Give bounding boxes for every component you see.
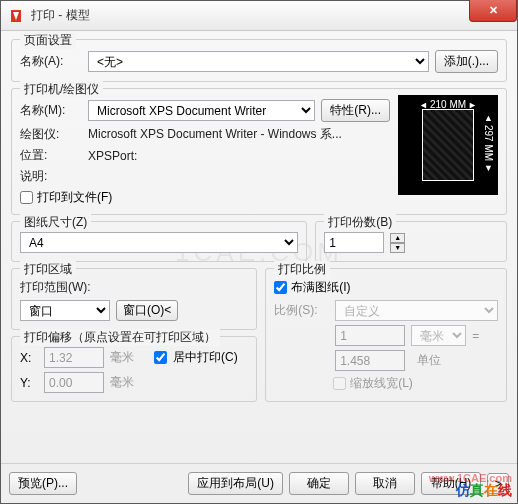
ok-button[interactable]: 确定 — [289, 472, 349, 495]
window-title: 打印 - 模型 — [31, 7, 90, 24]
label-center-plot: 居中打印(C) — [173, 349, 238, 366]
select-pagesetup-name[interactable]: <无> — [88, 51, 429, 72]
input-offset-y[interactable] — [44, 372, 104, 393]
close-button[interactable]: ✕ — [469, 0, 517, 22]
label-scale-eq: = — [472, 329, 479, 343]
apply-layout-button[interactable]: 应用到布局(U) — [188, 472, 283, 495]
add-pagesetup-button[interactable]: 添加(.)... — [435, 50, 498, 73]
group-copies: 打印份数(B) ▲ ▼ — [315, 221, 507, 262]
checkbox-center-plot[interactable] — [154, 351, 167, 364]
group-offset: 打印偏移（原点设置在可打印区域） X: 毫米 居中打印(C) Y: 毫米 — [11, 336, 257, 402]
legend-scale: 打印比例 — [274, 261, 330, 278]
cancel-button[interactable]: 取消 — [355, 472, 415, 495]
select-scale-a-unit[interactable]: 毫米 — [411, 325, 466, 346]
help-button[interactable]: 帮助(H) — [421, 472, 481, 495]
printer-properties-button[interactable]: 特性(R)... — [321, 99, 390, 122]
group-paper-size: 图纸尺寸(Z) A4 — [11, 221, 307, 262]
label-scale-b-unit: 单位 — [411, 352, 466, 369]
legend-print-area: 打印区域 — [20, 261, 76, 278]
legend-printer: 打印机/绘图仪 — [20, 81, 103, 98]
label-fit-to-paper: 布满图纸(I) — [291, 279, 350, 296]
copies-down[interactable]: ▼ — [390, 243, 405, 253]
legend-offset: 打印偏移（原点设置在可打印区域） — [20, 329, 220, 346]
group-print-area: 打印区域 打印范围(W): 窗口 窗口(O)< — [11, 268, 257, 330]
label-print-to-file: 打印到文件(F) — [37, 189, 112, 206]
paper-preview: ◄210 MM► ▲297 MM▼ — [398, 95, 498, 195]
checkbox-scale-lineweights[interactable] — [333, 377, 346, 390]
value-location: XPSPort: — [88, 149, 137, 163]
legend-page-setup: 页面设置 — [20, 32, 76, 49]
select-print-range[interactable]: 窗口 — [20, 300, 110, 321]
label-print-range: 打印范围(W): — [20, 279, 91, 296]
label-offset-y: Y: — [20, 376, 38, 390]
input-offset-x[interactable] — [44, 347, 104, 368]
input-copies[interactable] — [324, 232, 384, 253]
select-scale[interactable]: 自定义 — [335, 300, 498, 321]
label-plotter: 绘图仪: — [20, 126, 82, 143]
label-pagesetup-name: 名称(A): — [20, 53, 82, 70]
label-printer-name: 名称(M): — [20, 102, 82, 119]
legend-copies: 打印份数(B) — [324, 214, 396, 231]
app-icon — [7, 7, 25, 25]
label-scale: 比例(S): — [274, 302, 329, 319]
checkbox-print-to-file[interactable] — [20, 191, 33, 204]
label-scale-lineweights: 缩放线宽(L) — [350, 375, 413, 392]
input-scale-b[interactable] — [335, 350, 405, 371]
label-offset-x: X: — [20, 351, 38, 365]
group-page-setup: 页面设置 名称(A): <无> 添加(.)... — [11, 39, 507, 82]
copies-up[interactable]: ▲ — [390, 233, 405, 243]
checkbox-fit-to-paper[interactable] — [274, 281, 287, 294]
input-scale-a[interactable] — [335, 325, 405, 346]
expand-button[interactable]: > — [487, 473, 509, 494]
group-printer: 打印机/绘图仪 名称(M): Microsoft XPS Document Wr… — [11, 88, 507, 215]
label-description: 说明: — [20, 168, 82, 185]
group-scale: 打印比例 布满图纸(I) 比例(S): 自定义 毫米 = — [265, 268, 507, 402]
value-plotter: Microsoft XPS Document Writer - Windows … — [88, 126, 342, 143]
unit-offset-y: 毫米 — [110, 374, 134, 391]
label-location: 位置: — [20, 147, 82, 164]
select-paper-size[interactable]: A4 — [20, 232, 298, 253]
preview-button[interactable]: 预览(P)... — [9, 472, 77, 495]
select-printer-name[interactable]: Microsoft XPS Document Writer — [88, 100, 315, 121]
legend-paper-size: 图纸尺寸(Z) — [20, 214, 91, 231]
window-pick-button[interactable]: 窗口(O)< — [116, 300, 178, 321]
unit-offset-x: 毫米 — [110, 349, 134, 366]
